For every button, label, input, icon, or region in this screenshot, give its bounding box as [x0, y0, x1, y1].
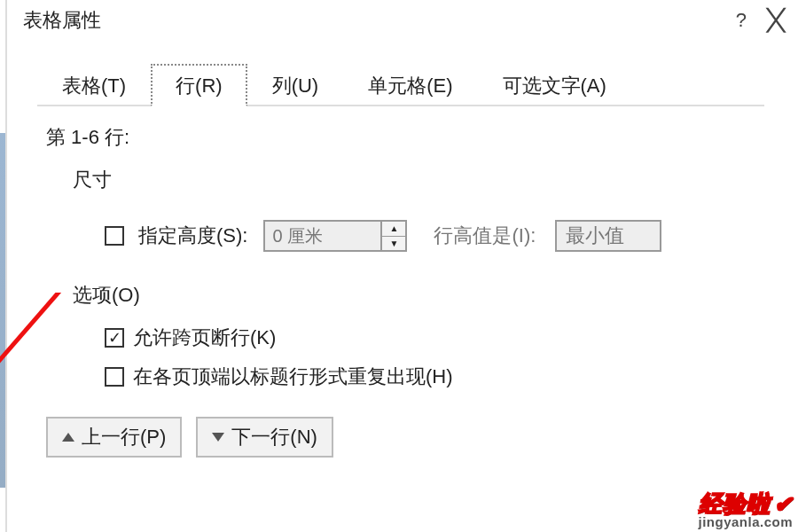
repeat-header-label: 在各页顶端以标题行形式重复出现(H): [133, 364, 453, 390]
repeat-header-checkbox[interactable]: [105, 367, 124, 387]
tab-column-label: 列(U): [272, 74, 319, 97]
next-row-button[interactable]: 下一行(N): [196, 417, 333, 458]
tab-strip: 表格(T) 行(R) 列(U) 单元格(E) 可选文字(A): [37, 62, 764, 106]
spinner-up[interactable]: ▲: [382, 222, 405, 237]
row-height-rule-value: 最小值: [566, 223, 624, 249]
specify-height-checkbox[interactable]: [105, 226, 124, 246]
tab-row-label: 行(R): [176, 74, 223, 97]
triangle-down-icon: [212, 433, 224, 442]
tab-table[interactable]: 表格(T): [37, 64, 151, 106]
tab-cell-label: 单元格(E): [368, 74, 452, 97]
tab-alt-text[interactable]: 可选文字(A): [478, 64, 631, 106]
height-input[interactable]: [265, 222, 380, 250]
allow-break-label: 允许跨页断行(K): [133, 325, 276, 351]
next-row-label: 下一行(N): [231, 424, 317, 450]
tab-row[interactable]: 行(R): [151, 64, 247, 106]
allow-break-checkbox[interactable]: [105, 328, 124, 348]
spinner-buttons: ▲ ▼: [380, 222, 405, 250]
prev-row-label: 上一行(P): [82, 424, 166, 450]
options-section-label: 选项(O): [73, 282, 798, 309]
dialog-title: 表格属性: [23, 7, 101, 34]
tab-alt-label: 可选文字(A): [503, 74, 606, 97]
row-range-label: 第 1-6 行:: [46, 124, 798, 151]
tab-table-label: 表格(T): [62, 74, 126, 97]
repeat-header-row: 在各页顶端以标题行形式重复出现(H): [105, 364, 798, 390]
row-tab-content: 第 1-6 行: 尺寸 指定高度(S): ▲ ▼ 行高值是(I): 最小值 选项…: [7, 106, 798, 390]
nav-buttons: 上一行(P) 下一行(N): [46, 417, 798, 458]
height-row: 指定高度(S): ▲ ▼ 行高值是(I): 最小值: [105, 220, 798, 252]
prev-row-button[interactable]: 上一行(P): [46, 417, 182, 458]
row-height-rule-combo[interactable]: 最小值: [555, 220, 661, 252]
height-spinner[interactable]: ▲ ▼: [263, 220, 407, 252]
triangle-up-icon: [62, 433, 74, 442]
table-properties-dialog: 表格属性 ? ╳ 表格(T) 行(R) 列(U) 单元格(E) 可选文字(A) …: [5, 0, 798, 532]
spinner-down[interactable]: ▼: [382, 237, 405, 251]
allow-break-row: 允许跨页断行(K): [105, 325, 798, 351]
help-icon[interactable]: ?: [736, 9, 747, 32]
tab-cell[interactable]: 单元格(E): [343, 64, 477, 106]
specify-height-label: 指定高度(S):: [138, 223, 247, 249]
close-icon[interactable]: ╳: [767, 8, 785, 33]
row-height-rule-label: 行高值是(I):: [434, 223, 536, 249]
titlebar: 表格属性 ? ╳: [7, 0, 798, 41]
size-section-label: 尺寸: [73, 167, 798, 193]
tab-column[interactable]: 列(U): [247, 64, 344, 106]
